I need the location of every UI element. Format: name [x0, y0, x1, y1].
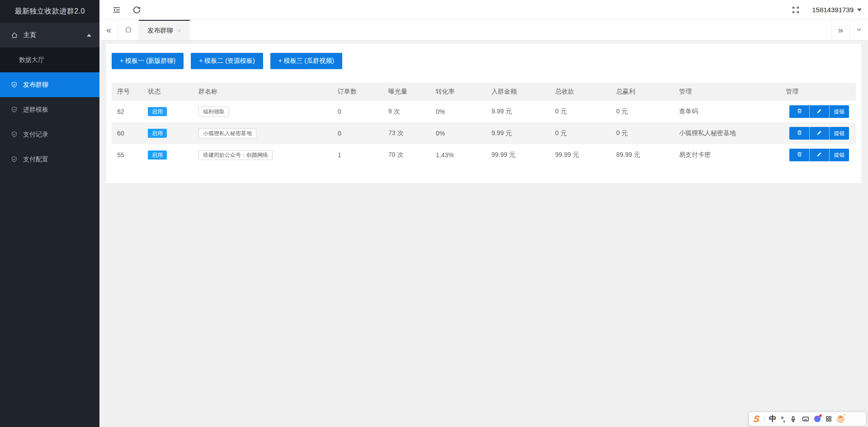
- tabs-menu-button[interactable]: [849, 20, 868, 40]
- cell-seq: 55: [112, 144, 142, 166]
- extract-link-button[interactable]: 提链: [829, 127, 849, 140]
- cell-manage-text: 小狐狸私人秘密基地: [674, 122, 780, 144]
- sidebar-item-publish-group[interactable]: 发布群聊: [0, 72, 99, 97]
- row-action-group: 提链: [789, 149, 849, 161]
- emoji-assistant-icon[interactable]: [837, 415, 844, 423]
- tabs-scroll-right-button[interactable]: »: [831, 20, 849, 40]
- double-chevron-right-icon: »: [838, 25, 843, 35]
- cell-total-profit: 89.99 元: [611, 144, 674, 166]
- delete-button[interactable]: [789, 127, 809, 140]
- user-account-dropdown[interactable]: 15814391739: [812, 6, 862, 14]
- add-template-3-button[interactable]: + 模板三 (瓜群视频): [270, 53, 342, 69]
- cell-join-price: 99.99 元: [486, 144, 550, 166]
- chevron-down-icon: [857, 9, 862, 11]
- column-header-exposure: 曝光量: [383, 83, 430, 101]
- groups-table: 序号 状态 群名称 订单数 曝光量 转化率 入群金额 总收款 总赢利 管理 管理…: [112, 83, 856, 166]
- cell-total-profit: 0 元: [611, 122, 674, 144]
- tab-home[interactable]: [118, 20, 139, 40]
- tabs-scroll-left-button[interactable]: «: [99, 20, 118, 40]
- tab-publish-group[interactable]: 发布群聊 ×: [139, 20, 190, 40]
- sidebar-item-data-hall[interactable]: 数据大厅: [0, 47, 99, 72]
- group-name-tag: 小狐狸私人秘密基地: [198, 128, 256, 138]
- sidebar-item-payment-config[interactable]: 支付配置: [0, 147, 99, 172]
- cell-exposure: 70 次: [383, 144, 430, 166]
- tabbar: « 发布群聊 × »: [99, 20, 868, 41]
- main-content: + 模板一 (新版群聊) + 模板二 (资源模板) + 模板三 (瓜群视频) 序…: [99, 41, 868, 427]
- column-header-seq: 序号: [112, 83, 142, 101]
- pencil-icon: [816, 151, 822, 159]
- pencil-icon: [816, 108, 822, 115]
- chevron-up-icon: [87, 34, 91, 37]
- cell-join-price: 9.99 元: [486, 122, 550, 144]
- table-row: 55 启用 搭建同款公众号：创颜网络 1 70 次 1.43% 99.99 元 …: [112, 144, 856, 166]
- sidebar-item-payment-records[interactable]: 支付记录: [0, 122, 99, 147]
- close-icon[interactable]: ×: [177, 27, 181, 34]
- edit-button[interactable]: [809, 149, 829, 161]
- fullscreen-icon[interactable]: [791, 5, 800, 14]
- status-badge: 启用: [148, 107, 167, 116]
- edit-button[interactable]: [809, 127, 829, 140]
- extract-link-button[interactable]: 提链: [829, 149, 849, 161]
- sidebar: 最新独立收款进群2.0 主页 数据大厅 发布群聊 进群模板: [0, 0, 99, 427]
- cell-seq: 62: [112, 101, 142, 122]
- double-chevron-left-icon: «: [106, 25, 111, 35]
- topbar: 15814391739: [99, 0, 868, 20]
- row-action-group: 提链: [789, 105, 849, 118]
- edit-button[interactable]: [809, 105, 829, 118]
- cell-total-income: 0 元: [550, 101, 611, 122]
- shield-check-icon: [11, 106, 18, 113]
- group-name-tag: 搭建同款公众号：创颜网络: [198, 150, 273, 160]
- column-header-manage-actions: 管理: [780, 83, 856, 101]
- cell-orders: 0: [332, 122, 383, 144]
- table-row: 60 启用 小狐狸私人秘密基地 0 73 次 0% 9.99 元 0 元 0 元…: [112, 122, 856, 144]
- column-header-status: 状态: [142, 83, 193, 101]
- add-template-2-button[interactable]: + 模板二 (资源模板): [191, 53, 263, 69]
- home-icon: [11, 32, 18, 39]
- cell-exposure: 8 次: [383, 101, 430, 122]
- column-header-total-profit: 总赢利: [611, 83, 674, 101]
- cell-conversion: 0%: [430, 101, 486, 122]
- cell-conversion: 0%: [430, 122, 486, 144]
- keyboard-icon[interactable]: [802, 415, 810, 423]
- shield-check-icon: [11, 81, 18, 88]
- toolbox-grid-icon[interactable]: [825, 415, 832, 422]
- cell-orders: 0: [332, 101, 383, 122]
- template-buttons-row: + 模板一 (新版群聊) + 模板二 (资源模板) + 模板三 (瓜群视频): [112, 53, 856, 69]
- add-template-1-button[interactable]: + 模板一 (新版群聊): [112, 53, 184, 69]
- tab-label: 发布群聊: [147, 27, 173, 35]
- column-header-manage: 管理: [674, 83, 780, 101]
- chevron-down-icon: [855, 26, 863, 35]
- table-header-row: 序号 状态 群名称 订单数 曝光量 转化率 入群金额 总收款 总赢利 管理 管理: [112, 83, 856, 101]
- refresh-icon[interactable]: [132, 5, 141, 14]
- delete-button[interactable]: [789, 105, 809, 118]
- trash-icon: [797, 151, 802, 159]
- sidebar-item-join-template[interactable]: 进群模板: [0, 97, 99, 122]
- punctuation-mode-icon[interactable]: °,: [781, 415, 784, 423]
- sidebar-item-home[interactable]: 主页: [0, 23, 99, 47]
- status-badge: 启用: [148, 129, 167, 138]
- row-action-group: 提链: [789, 127, 849, 140]
- cell-conversion: 1.43%: [430, 144, 486, 166]
- collapse-sidebar-icon[interactable]: [112, 5, 121, 14]
- home-icon: [124, 25, 132, 35]
- cell-total-income: 99.99 元: [550, 144, 611, 166]
- column-header-join-price: 入群金额: [486, 83, 550, 101]
- app-title: 最新独立收款进群2.0: [0, 0, 99, 23]
- cell-exposure: 73 次: [383, 122, 430, 144]
- delete-button[interactable]: [789, 149, 809, 161]
- chinese-mode-icon[interactable]: 中: [769, 414, 776, 424]
- skin-palette-icon[interactable]: [814, 416, 821, 422]
- divider: [764, 415, 764, 422]
- shield-check-icon: [11, 156, 18, 163]
- cell-seq: 60: [112, 122, 142, 144]
- trash-icon: [797, 130, 802, 137]
- shield-check-icon: [11, 131, 18, 138]
- sogou-logo-icon[interactable]: S: [753, 414, 760, 424]
- column-header-group-name: 群名称: [193, 83, 332, 101]
- extract-link-button[interactable]: 提链: [829, 105, 849, 118]
- table-row: 62 启用 福利领取 0 8 次 0% 9.99 元 0 元 0 元 查单码: [112, 101, 856, 122]
- pencil-icon: [816, 130, 822, 137]
- cell-join-price: 9.99 元: [486, 101, 550, 122]
- microphone-icon[interactable]: [789, 415, 797, 423]
- cell-orders: 1: [332, 144, 383, 166]
